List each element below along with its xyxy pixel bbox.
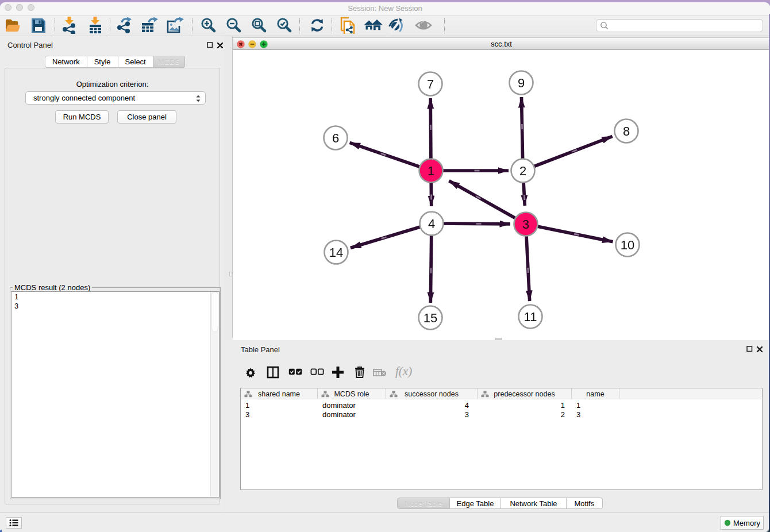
svg-text:9: 9: [518, 76, 525, 90]
svg-text:10: 10: [621, 238, 634, 252]
svg-text:6: 6: [332, 131, 339, 145]
svg-text:15: 15: [424, 311, 437, 325]
svg-text:8: 8: [623, 124, 630, 138]
svg-text:2: 2: [519, 164, 526, 178]
svg-text:11: 11: [524, 310, 537, 324]
svg-text:3: 3: [522, 217, 529, 232]
svg-text:1: 1: [428, 164, 434, 178]
svg-text:4: 4: [428, 217, 435, 231]
svg-text:14: 14: [329, 245, 343, 260]
svg-text:7: 7: [427, 77, 434, 91]
